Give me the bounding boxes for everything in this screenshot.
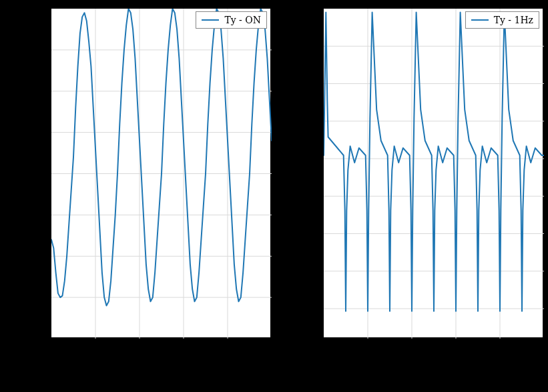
ytick-l-20: 20 bbox=[32, 3, 44, 14]
legend-left: Ty - ON bbox=[196, 11, 267, 29]
plot-area-right bbox=[323, 8, 543, 338]
xtick-r-5: 5 bbox=[541, 341, 547, 352]
ytick-r-20: 20 bbox=[307, 108, 319, 119]
ytick-l--15: -15 bbox=[25, 292, 41, 303]
xtick-l-5: 5 bbox=[268, 341, 274, 352]
xlabel-right: Время, с bbox=[406, 356, 452, 368]
plot-area-left bbox=[51, 8, 271, 338]
figure: Ty - ON -20 -15 -10 -5 0 5 10 15 20 0 1 … bbox=[0, 0, 548, 392]
ylabel-right: Момент, Н·м bbox=[292, 139, 304, 207]
xtick-r-3: 3 bbox=[453, 341, 459, 352]
ytick-l--20: -20 bbox=[25, 333, 41, 344]
ytick-r-60: 60 bbox=[307, 33, 319, 44]
xtick-l-1: 1 bbox=[92, 341, 98, 352]
plot-svg-right bbox=[324, 9, 544, 339]
xtick-l-2: 2 bbox=[136, 341, 142, 352]
xtick-r-1: 1 bbox=[364, 341, 370, 352]
plot-svg-left bbox=[51, 9, 272, 339]
ytick-r--100: -100 bbox=[296, 333, 317, 344]
series-left bbox=[51, 9, 272, 306]
ytick-l--5: -5 bbox=[32, 209, 41, 220]
xlabel-left: Время, с bbox=[133, 356, 180, 368]
xtick-r-4: 4 bbox=[497, 341, 503, 352]
panel-right: Ty - 1Hz bbox=[323, 8, 543, 338]
ytick-r-40: 40 bbox=[307, 71, 319, 81]
legend-swatch-left bbox=[202, 19, 219, 21]
legend-label-right: Ty - 1Hz bbox=[494, 15, 533, 25]
legend-right: Ty - 1Hz bbox=[465, 11, 539, 29]
xtick-l-0: 0 bbox=[48, 341, 54, 352]
ytick-r--80: -80 bbox=[302, 295, 317, 306]
ytick-r-0: 0 bbox=[312, 145, 318, 156]
legend-swatch-right bbox=[471, 19, 489, 21]
ytick-l-15: 15 bbox=[32, 45, 44, 55]
ytick-r--60: -60 bbox=[302, 258, 317, 269]
ytick-r--40: -40 bbox=[302, 221, 317, 231]
xtick-r-0: 0 bbox=[320, 341, 326, 352]
series-right bbox=[324, 13, 544, 311]
ytick-l-5: 5 bbox=[37, 127, 43, 137]
ylabel-left: Момент, Н·м bbox=[20, 139, 32, 207]
ytick-l-10: 10 bbox=[32, 86, 44, 97]
xtick-r-2: 2 bbox=[408, 341, 415, 352]
ytick-l-0: 0 bbox=[37, 168, 43, 179]
legend-label-left: Ty - ON bbox=[224, 15, 261, 25]
xtick-l-3: 3 bbox=[180, 341, 186, 352]
panel-left: Ty - ON bbox=[51, 8, 271, 338]
ytick-l--10: -10 bbox=[25, 251, 41, 261]
xtick-l-4: 4 bbox=[224, 341, 230, 352]
